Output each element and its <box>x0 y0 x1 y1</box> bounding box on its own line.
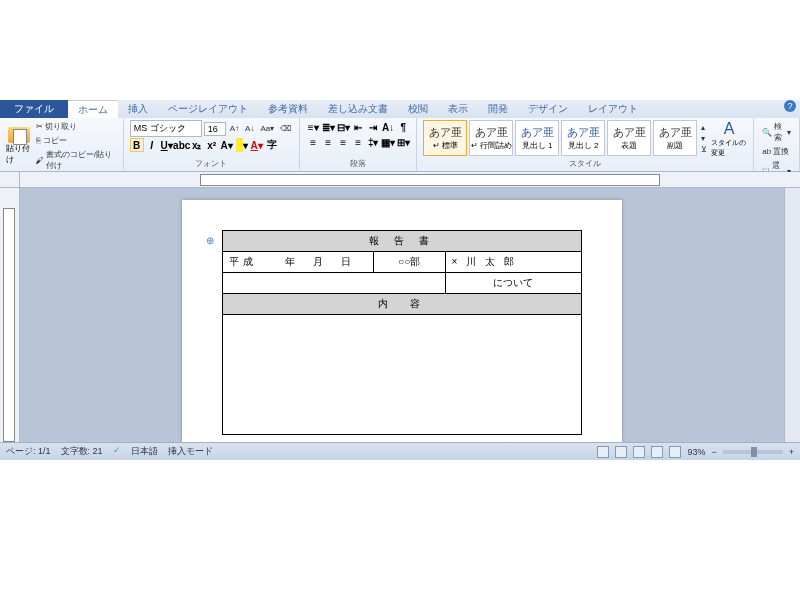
tab-page-layout[interactable]: ページレイアウト <box>158 100 258 118</box>
style-heading2[interactable]: あア亜見出し 2 <box>561 120 605 156</box>
status-page[interactable]: ページ: 1/1 <box>6 445 51 458</box>
view-print-layout[interactable] <box>597 446 609 458</box>
page[interactable]: 報 告 書 平成 年 月 日 ○○部 × 川 太 郎 について 内 容 <box>182 200 622 442</box>
document-area[interactable]: 報 告 書 平成 年 月 日 ○○部 × 川 太 郎 について 内 容 <box>20 188 784 442</box>
replace-button[interactable]: ab置換 <box>760 145 793 158</box>
group-editing: 🔍検索▾ ab置換 ⬚選択▾ 編集 <box>754 118 800 171</box>
tab-layout[interactable]: レイアウト <box>578 100 648 118</box>
indent-decrease-button[interactable]: ⇤ <box>351 120 365 134</box>
view-web[interactable] <box>633 446 645 458</box>
shrink-font-button[interactable]: A↓ <box>243 123 256 134</box>
date-cell[interactable]: 平成 年 月 日 <box>223 252 374 273</box>
change-case-button[interactable]: Aa▾ <box>258 123 276 134</box>
paragraph-group-label: 段落 <box>306 158 410 169</box>
tab-developer[interactable]: 開発 <box>478 100 518 118</box>
align-left-button[interactable]: ≡ <box>306 135 320 149</box>
search-icon: 🔍 <box>762 128 772 137</box>
scrollbar-vertical[interactable] <box>784 188 800 442</box>
enclose-button[interactable]: 字 <box>265 138 279 152</box>
style-no-spacing[interactable]: あア亜↵ 行間詰め <box>469 120 513 156</box>
italic-button[interactable]: I <box>145 138 159 152</box>
workspace: 報 告 書 平成 年 月 日 ○○部 × 川 太 郎 について 内 容 <box>0 188 800 442</box>
find-button[interactable]: 🔍検索▾ <box>760 120 793 144</box>
status-lang[interactable]: 日本語 <box>131 445 158 458</box>
tab-home[interactable]: ホーム <box>68 100 118 118</box>
style-normal[interactable]: あア亜↵ 標準 <box>423 120 467 156</box>
view-draft[interactable] <box>669 446 681 458</box>
show-marks-button[interactable]: ¶ <box>396 120 410 134</box>
tab-design[interactable]: デザイン <box>518 100 578 118</box>
font-size-select[interactable]: 16 <box>204 122 226 136</box>
format-painter-button[interactable]: 🖌書式のコピー/貼り付け <box>34 148 117 172</box>
superscript-button[interactable]: x² <box>205 138 219 152</box>
about-cell[interactable]: について <box>445 273 581 294</box>
style-heading1[interactable]: あア亜見出し 1 <box>515 120 559 156</box>
tab-insert[interactable]: 挿入 <box>118 100 158 118</box>
numbering-button[interactable]: ≣▾ <box>321 120 335 134</box>
indent-increase-button[interactable]: ⇥ <box>366 120 380 134</box>
bullets-button[interactable]: ≡▾ <box>306 120 320 134</box>
style-subtitle[interactable]: あア亜副題 <box>653 120 697 156</box>
view-outline[interactable] <box>651 446 663 458</box>
subject-cell[interactable] <box>223 273 446 294</box>
content-body-cell[interactable] <box>223 315 582 435</box>
tab-view[interactable]: 表示 <box>438 100 478 118</box>
sort-button[interactable]: A↓ <box>381 120 395 134</box>
report-table[interactable]: 報 告 書 平成 年 月 日 ○○部 × 川 太 郎 について 内 容 <box>222 230 582 435</box>
copy-button[interactable]: ⎘コピー <box>34 134 117 147</box>
replace-icon: ab <box>762 147 771 156</box>
status-words[interactable]: 文字数: 21 <box>61 445 103 458</box>
scissors-icon: ✂ <box>36 122 43 131</box>
style-row-up[interactable]: ▴ <box>699 122 709 133</box>
view-fullscreen[interactable] <box>615 446 627 458</box>
font-name-select[interactable]: MS ゴシック <box>130 120 202 137</box>
font-color-button[interactable]: A▾ <box>250 138 264 152</box>
change-styles-button[interactable]: A スタイルの変更 <box>711 120 747 156</box>
zoom-in-button[interactable]: + <box>789 447 794 457</box>
tab-review[interactable]: 校閲 <box>398 100 438 118</box>
copy-icon: ⎘ <box>36 136 41 145</box>
dept-cell[interactable]: ○○部 <box>373 252 445 273</box>
help-icon[interactable]: ? <box>784 100 796 112</box>
highlight-button[interactable]: ▾ <box>235 138 249 152</box>
ruler-horizontal <box>0 172 800 188</box>
grow-font-button[interactable]: A↑ <box>228 123 241 134</box>
text-effect-button[interactable]: A▾ <box>220 138 234 152</box>
brush-icon: 🖌 <box>36 156 44 165</box>
clear-format-button[interactable]: ⌫ <box>278 123 293 134</box>
subscript-button[interactable]: x₂ <box>190 138 204 152</box>
style-title[interactable]: あア亜表題 <box>607 120 651 156</box>
tab-mailings[interactable]: 差し込み文書 <box>318 100 398 118</box>
align-center-button[interactable]: ≡ <box>321 135 335 149</box>
author-cell[interactable]: × 川 太 郎 <box>445 252 581 273</box>
status-mode[interactable]: 挿入モード <box>168 445 213 458</box>
justify-button[interactable]: ≡ <box>351 135 365 149</box>
bold-button[interactable]: B <box>130 138 144 152</box>
font-group-label: フォント <box>130 158 293 169</box>
group-paragraph: ≡▾ ≣▾ ⊟▾ ⇤ ⇥ A↓ ¶ ≡ ≡ ≡ ≡ ‡▾ ▦▾ ⊞▾ <box>300 118 417 171</box>
paste-button[interactable]: 貼り付け <box>6 127 32 165</box>
align-right-button[interactable]: ≡ <box>336 135 350 149</box>
underline-button[interactable]: U▾ <box>160 138 174 152</box>
shading-button[interactable]: ▦▾ <box>381 135 395 149</box>
borders-button[interactable]: ⊞▾ <box>396 135 410 149</box>
ribbon-tabs: ファイル ホーム 挿入 ページレイアウト 参考資料 差し込み文書 校閲 表示 開… <box>0 100 800 118</box>
highlight-icon <box>236 138 243 152</box>
tab-file[interactable]: ファイル <box>0 100 68 118</box>
tab-references[interactable]: 参考資料 <box>258 100 318 118</box>
style-more[interactable]: ⊻ <box>699 144 709 155</box>
check-icon[interactable]: ✓ <box>113 445 121 458</box>
line-spacing-button[interactable]: ‡▾ <box>366 135 380 149</box>
table-anchor-icon[interactable] <box>206 230 216 240</box>
content-header-cell[interactable]: 内 容 <box>223 294 582 315</box>
multilevel-button[interactable]: ⊟▾ <box>336 120 350 134</box>
zoom-slider[interactable] <box>723 450 783 454</box>
group-styles: あア亜↵ 標準 あア亜↵ 行間詰め あア亜見出し 1 あア亜見出し 2 あア亜表… <box>417 118 754 171</box>
style-row-down[interactable]: ▾ <box>699 133 709 144</box>
status-zoom[interactable]: 93% <box>687 447 705 457</box>
ribbon: 貼り付け ✂切り取り ⎘コピー 🖌書式のコピー/貼り付け クリップボード MS … <box>0 118 800 172</box>
title-cell[interactable]: 報 告 書 <box>223 231 582 252</box>
cut-button[interactable]: ✂切り取り <box>34 120 117 133</box>
zoom-out-button[interactable]: − <box>711 447 716 457</box>
strikethrough-button[interactable]: abc <box>175 138 189 152</box>
